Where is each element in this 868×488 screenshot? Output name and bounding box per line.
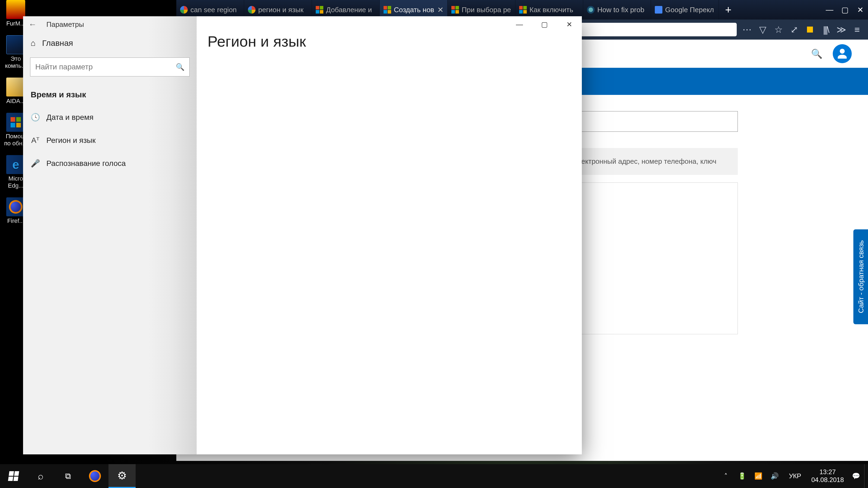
settings-item-speech[interactable]: 🎤Распознавание голоса xyxy=(23,152,197,175)
search-icon: 🔍 xyxy=(176,63,184,71)
browser-tab-7[interactable]: Google Перекл xyxy=(651,0,719,20)
browser-minimize-button[interactable]: — xyxy=(822,0,837,20)
settings-maximize-button[interactable]: ▢ xyxy=(532,16,557,33)
tray-wifi-icon[interactable]: 📶 xyxy=(750,472,767,480)
library-icon[interactable]: |||\ xyxy=(820,24,831,35)
start-button[interactable] xyxy=(0,464,27,488)
tray-volume-icon[interactable]: 🔊 xyxy=(767,472,783,480)
home-icon: ⌂ xyxy=(31,38,35,48)
feedback-label: Сайт - обратная связь xyxy=(857,240,865,314)
tray-language[interactable]: УКР xyxy=(783,472,807,480)
bookmark-icon[interactable]: ☆ xyxy=(773,24,784,35)
container-icon[interactable] xyxy=(805,24,815,35)
settings-window: ← Параметры ⌂ Главная 🔍 Время и язык 🕓Да… xyxy=(23,16,582,454)
page-hint-text: как электронный адрес, номер телефона, к… xyxy=(561,157,716,165)
show-desktop-button[interactable] xyxy=(864,464,868,488)
settings-search-input[interactable] xyxy=(35,63,176,71)
back-button[interactable]: ← xyxy=(29,20,39,29)
microsoft-icon xyxy=(316,6,323,13)
settings-item-region-language[interactable]: AᵀРегион и язык xyxy=(23,129,197,152)
settings-search[interactable]: 🔍 xyxy=(30,58,190,76)
pocket-icon[interactable]: ▽ xyxy=(757,24,768,35)
task-view-button[interactable]: ⧉ xyxy=(54,464,82,488)
feedback-tab[interactable]: Сайт - обратная связь xyxy=(854,229,868,324)
tab-label: Добавление и xyxy=(326,6,372,14)
region-language-icon: Aᵀ xyxy=(31,136,40,145)
settings-item-label: Регион и язык xyxy=(46,136,95,145)
menu-icon[interactable]: ≡ xyxy=(852,24,863,35)
tray-time: 13:27 xyxy=(807,468,848,476)
tab-label: How to fix prob xyxy=(597,6,644,14)
translate-icon xyxy=(655,6,662,13)
microsoft-icon xyxy=(452,6,459,13)
taskbar-firefox[interactable] xyxy=(82,464,108,488)
fullscreen-icon[interactable]: ⤢ xyxy=(789,24,800,35)
tray-battery-icon[interactable]: 🔋 xyxy=(734,472,750,480)
taskbar-settings[interactable]: ⚙ xyxy=(108,464,135,488)
more-icon[interactable]: ⋯ xyxy=(742,24,752,35)
browser-maximize-button[interactable]: ▢ xyxy=(837,0,853,20)
settings-item-label: Распознавание голоса xyxy=(46,159,126,168)
settings-category-label: Время и язык xyxy=(23,86,197,106)
tray-overflow[interactable]: ˄ xyxy=(718,472,734,480)
speech-icon: 🎤 xyxy=(31,159,40,168)
google-icon xyxy=(180,6,188,13)
overflow-icon[interactable]: ≫ xyxy=(836,24,847,35)
settings-content: — ▢ ✕ Регион и язык xyxy=(197,16,582,454)
new-tab-button[interactable]: + xyxy=(719,0,738,20)
account-avatar[interactable] xyxy=(833,44,852,63)
settings-home[interactable]: ⌂ Главная xyxy=(23,33,197,54)
settings-window-title: Параметры xyxy=(46,20,84,29)
tab-close-icon[interactable]: ✕ xyxy=(437,5,443,14)
tray-clock[interactable]: 13:27 04.08.2018 xyxy=(807,468,848,484)
gear-icon xyxy=(587,6,595,13)
settings-item-date-time[interactable]: 🕓Дата и время xyxy=(23,106,197,129)
browser-tab-6[interactable]: How to fix prob xyxy=(583,0,651,20)
settings-minimize-button[interactable]: — xyxy=(507,16,532,33)
tab-label: регион и язык xyxy=(258,6,304,14)
page-search-icon[interactable]: 🔍 xyxy=(811,48,822,59)
microsoft-icon xyxy=(383,6,391,13)
date-time-icon: 🕓 xyxy=(31,113,40,122)
settings-close-button[interactable]: ✕ xyxy=(557,16,582,33)
settings-home-label: Главная xyxy=(42,38,73,48)
tray-date: 04.08.2018 xyxy=(807,476,848,484)
settings-sidebar: ← Параметры ⌂ Главная 🔍 Время и язык 🕓Да… xyxy=(23,16,197,454)
tab-label: Google Перекл xyxy=(665,6,714,14)
action-center-icon[interactable]: 💬 xyxy=(848,472,864,480)
tab-label: При выбора ре xyxy=(462,6,511,14)
taskbar: ⌕ ⧉ ⚙ ˄ 🔋 📶 🔊 УКР 13:27 04.08.2018 💬 xyxy=(0,464,868,488)
google-icon xyxy=(248,6,255,13)
tab-label: Как включить xyxy=(529,6,573,14)
settings-item-label: Дата и время xyxy=(46,113,94,122)
tab-label: Создать нов xyxy=(394,6,434,14)
taskbar-search-button[interactable]: ⌕ xyxy=(27,464,54,488)
tab-label: can see region xyxy=(190,6,237,14)
microsoft-icon xyxy=(519,6,527,13)
browser-close-button[interactable]: ✕ xyxy=(852,0,868,20)
